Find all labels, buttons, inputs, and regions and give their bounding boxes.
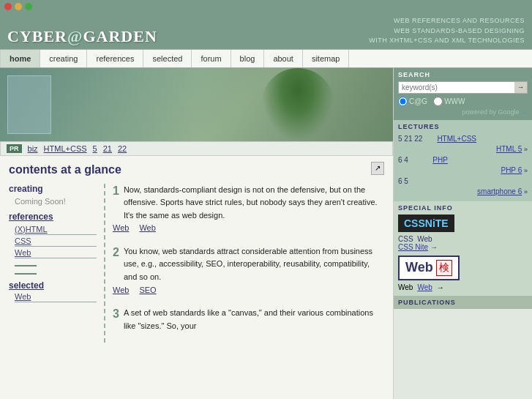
lecture-html5-link[interactable]: HTML 5 [496, 145, 522, 153]
lnav-web-link[interactable]: Web [15, 248, 97, 258]
content-area: PR biz HTML+CSS 5 21 22 ↗ contents at a … [0, 68, 393, 400]
cssnite-arrow: → [430, 243, 438, 251]
close-button[interactable] [4, 3, 12, 10]
lecture-row-1: 5 21 22 HTML+CSS [398, 133, 528, 143]
sidebar-lectures-title: LECTURES [398, 123, 528, 130]
lnav-css-link[interactable]: CSS [15, 236, 97, 247]
header: CYBER@GARDEN WEB REFERENCES AND RESOURCE… [0, 13, 532, 49]
article-2-num: 2 [113, 245, 119, 259]
sidebar: SEARCH → C@G WWW powered by Google → [393, 68, 532, 400]
webken-logo: Web 検 [398, 256, 460, 280]
content-body: ↗ contents at a glance creating Coming S… [0, 156, 393, 351]
lecture-1-num: 5 21 22 [398, 135, 422, 143]
radio-cg[interactable]: C@G [398, 97, 427, 106]
search-input[interactable] [399, 82, 514, 93]
article-1-num: 1 [113, 184, 119, 198]
article-1-link-web2[interactable]: Web [139, 222, 155, 235]
tagline: WEB REFERENCES AND RESOURCES WEB STANDAR… [369, 16, 525, 46]
pr-link-5[interactable]: 5 [93, 144, 97, 153]
webken-web-label: Web [398, 283, 413, 291]
lecture-php6-arrow: » [524, 167, 528, 174]
article-2-text: You know, web standards attract consider… [124, 245, 384, 284]
lnav-selected-web-link[interactable]: Web [15, 292, 97, 302]
search-radio-group: C@G WWW [398, 97, 528, 106]
sidebar-publications: PUBLICATIONS [394, 296, 532, 309]
tagline-line3: WITH XHTML+CSS AND XML TECHNOLOGIES [369, 36, 525, 46]
google-powered: powered by Google → [398, 108, 528, 116]
webken-text: Web [405, 260, 433, 275]
lnav-references-title[interactable]: references [9, 212, 97, 222]
lecture-smartphone-arrow: » [524, 188, 528, 195]
cssnite-css-label: CSS [398, 235, 413, 243]
lecture-smartphone-row: smartphone 6 » [398, 187, 528, 195]
article-2: 2 You know, web standards attract consid… [113, 245, 384, 297]
article-column: 1 Now, standards-compliant design is not… [104, 184, 384, 343]
two-column-layout: creating Coming Soon! references (X)HTML… [9, 184, 384, 343]
nav-blog[interactable]: blog [231, 50, 265, 67]
lnav-xhtml-link[interactable]: (X)HTML [15, 225, 97, 235]
minimize-button[interactable] [15, 3, 22, 10]
pr-bar: PR biz HTML+CSS 5 21 22 [0, 141, 393, 156]
pr-link-biz[interactable]: biz [28, 144, 38, 153]
nav-forum[interactable]: forum [192, 50, 231, 67]
webken-arrow: → [437, 283, 444, 291]
pr-link-21[interactable]: 21 [103, 144, 112, 153]
lnav-selected: selected Web [9, 280, 97, 302]
google-link[interactable]: → [521, 108, 528, 116]
lnav-selected-title[interactable]: selected [9, 280, 97, 291]
cssnite-nite: NiTE [425, 217, 449, 229]
cssnite-css: CSS [404, 217, 425, 229]
search-button[interactable]: → [514, 82, 527, 93]
lnav-creating: creating Coming Soon! [9, 184, 97, 206]
article-1-text: Now, standards-compliant design is not o… [124, 184, 384, 223]
lnav-creating-title: creating [9, 184, 97, 194]
lecture-1-label[interactable]: HTML+CSS [437, 135, 476, 143]
lecture-2-label[interactable]: PHP [432, 156, 448, 164]
article-3: 3 A set of web standards like a "canvas,… [113, 307, 384, 332]
webken-links: Web Web → [398, 283, 528, 291]
cssnite-site-link[interactable]: CSS Nite [398, 243, 428, 251]
sidebar-search: SEARCH → C@G WWW powered by Google → [394, 68, 532, 120]
sidebar-lectures: LECTURES 5 21 22 HTML+CSS HTML 5 » 6 4 P… [394, 120, 532, 201]
radio-cg-input[interactable] [398, 97, 408, 106]
article-1: 1 Now, standards-compliant design is not… [113, 184, 384, 235]
nav-selected[interactable]: selected [143, 50, 192, 67]
nav-references[interactable]: references [87, 50, 143, 67]
expand-icon[interactable]: ↗ [371, 162, 384, 175]
hero-tree [261, 68, 334, 141]
hero-building [7, 75, 51, 134]
radio-www[interactable]: WWW [433, 97, 465, 106]
nav-home[interactable]: home [0, 50, 40, 67]
window-controls [4, 3, 32, 10]
pr-link-htmlcss[interactable]: HTML+CSS [44, 144, 87, 153]
lnav-divider-2 [15, 269, 37, 275]
article-2-link-seo[interactable]: SEO [139, 284, 156, 297]
lecture-php6-link[interactable]: PHP 6 [501, 166, 522, 174]
lecture-smartphone-link[interactable]: smartphone 6 [477, 187, 522, 195]
radio-www-input[interactable] [433, 97, 443, 106]
article-2-link-web[interactable]: Web [113, 284, 129, 297]
pr-link-22[interactable]: 22 [118, 144, 127, 153]
hero-image [0, 68, 393, 141]
webken-kanji: 検 [436, 260, 452, 276]
left-nav: creating Coming Soon! references (X)HTML… [9, 184, 104, 343]
nav-about[interactable]: about [264, 50, 303, 67]
lnav-divider-1 [15, 261, 37, 266]
nav-sitemap[interactable]: sitemap [303, 50, 350, 67]
top-bar [0, 0, 532, 13]
lecture-2-num: 6 4 [398, 156, 408, 164]
lnav-coming-soon: Coming Soon! [15, 197, 97, 206]
main-layout: PR biz HTML+CSS 5 21 22 ↗ contents at a … [0, 68, 532, 400]
webken-site-link[interactable]: Web [417, 283, 432, 291]
cssnite-web-label: Web [417, 235, 432, 243]
sidebar-publications-title: PUBLICATIONS [398, 299, 528, 306]
pr-badge: PR [7, 144, 22, 153]
nav-creating[interactable]: creating [40, 50, 87, 67]
article-2-links: Web SEO [113, 284, 384, 297]
maximize-button[interactable] [25, 3, 32, 10]
article-3-text: A set of web standards like a "canvas," … [124, 307, 384, 332]
tagline-line1: WEB REFERENCES AND RESOURCES [369, 16, 525, 26]
lecture-row-2: 6 4 PHP [398, 154, 528, 165]
article-1-link-web1[interactable]: Web [113, 222, 129, 235]
sidebar-search-title: SEARCH [398, 71, 528, 78]
